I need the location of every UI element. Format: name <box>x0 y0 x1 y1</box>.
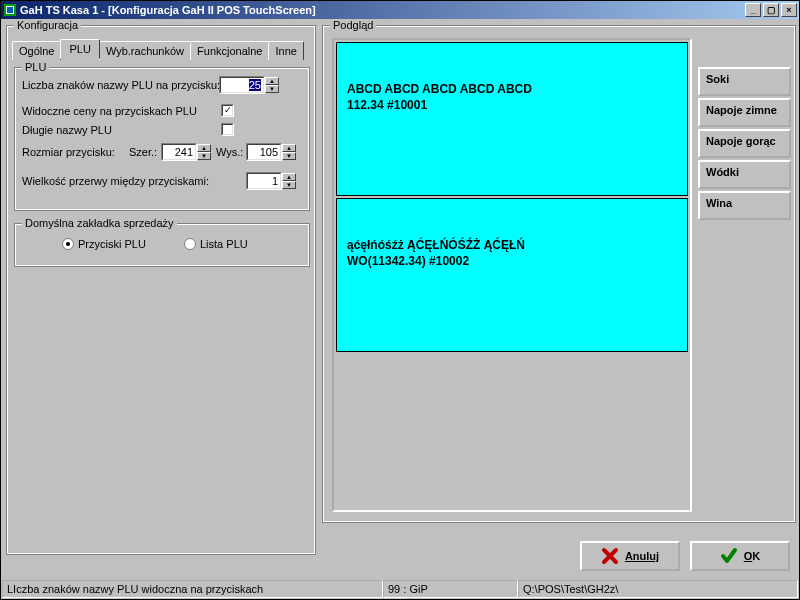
gap-spinner[interactable]: ▲▼ <box>282 173 296 189</box>
preview-group-label: Podgląd <box>330 19 376 31</box>
cancel-button[interactable]: Anuluj <box>580 541 680 571</box>
gap-input[interactable]: 1 <box>246 172 282 190</box>
szer-input[interactable]: 241 <box>161 143 197 161</box>
wys-label: Wys.: <box>216 146 243 158</box>
app-window: GaH TS Kasa 1 - [Konfiguracja GaH II POS… <box>0 0 800 600</box>
ok-button[interactable]: OK <box>690 541 790 571</box>
plu-group-label: PLU <box>22 61 49 73</box>
preview-tile-2[interactable]: ąćęłńóśźż ĄĆĘŁŃÓŚŹŻ ĄĆĘŁŃ WO(11342.34) #… <box>336 198 688 352</box>
category-soki[interactable]: Soki <box>698 67 791 96</box>
plu-groupbox: PLU Liczba znaków nazwy PLU na przycisku… <box>14 67 310 211</box>
titlebar: GaH TS Kasa 1 - [Konfiguracja GaH II POS… <box>1 1 799 19</box>
visible-prices-label: Widoczne ceny na przyciskach PLU <box>22 105 197 117</box>
status-bar: LIczba znaków nazwy PLU widoczna na przy… <box>2 580 798 598</box>
gap-label: Wielkość przerwy między przyciskami: <box>22 175 209 187</box>
close-button[interactable]: × <box>781 3 797 17</box>
default-tab-label: Domyślna zakładka sprzedaży <box>22 217 177 229</box>
tab-inne[interactable]: Inne <box>268 41 303 60</box>
category-napoje-zimne[interactable]: Napoje zimne <box>698 98 791 127</box>
preview-area: ABCD ABCD ABCD ABCD ABCD 112.34 #10001 ą… <box>332 38 692 512</box>
status-path: Q:\POS\Test\GH2z\ <box>518 580 798 598</box>
default-tab-groupbox: Domyślna zakładka sprzedaży Przyciski PL… <box>14 223 310 267</box>
svg-rect-2 <box>7 7 13 13</box>
minimize-button[interactable]: _ <box>745 3 761 17</box>
szer-label: Szer.: <box>129 146 157 158</box>
radio-lista-plu[interactable]: Lista PLU <box>184 238 248 250</box>
config-groupbox: Konfiguracja Ogólne PLU Wyb.rachunków Fu… <box>6 25 316 555</box>
ok-icon <box>720 547 738 565</box>
chars-spinner[interactable]: ▲▼ <box>265 77 279 93</box>
szer-spinner[interactable]: ▲▼ <box>197 144 211 160</box>
tab-funkcjonalne[interactable]: Funkcjonalne <box>190 41 269 60</box>
maximize-button[interactable]: ▢ <box>763 3 779 17</box>
status-hint: LIczba znaków nazwy PLU widoczna na przy… <box>2 580 383 598</box>
cancel-icon <box>601 547 619 565</box>
radio-przyciski-plu[interactable]: Przyciski PLU <box>62 238 146 250</box>
preview-tile-1[interactable]: ABCD ABCD ABCD ABCD ABCD 112.34 #10001 <box>336 42 688 196</box>
visible-prices-checkbox[interactable]: ✓ <box>221 104 234 117</box>
preview-groupbox: Podgląd ABCD ABCD ABCD ABCD ABCD 112.34 … <box>322 25 796 523</box>
tab-ogolne[interactable]: Ogólne <box>12 41 61 60</box>
category-wodki[interactable]: Wódki <box>698 160 791 189</box>
btn-size-label: Rozmiar przycisku: <box>22 146 115 158</box>
category-wina[interactable]: Wina <box>698 191 791 220</box>
tab-bar: Ogólne PLU Wyb.rachunków Funkcjonalne In… <box>12 39 303 59</box>
tab-plu[interactable]: PLU <box>60 39 99 59</box>
wys-input[interactable]: 105 <box>246 143 282 161</box>
config-group-label: Konfiguracja <box>14 19 81 31</box>
chars-label: Liczba znaków nazwy PLU na przycisku: <box>22 79 220 91</box>
wys-spinner[interactable]: ▲▼ <box>282 144 296 160</box>
tab-wybrachunkow[interactable]: Wyb.rachunków <box>99 41 191 60</box>
app-icon <box>3 3 17 17</box>
long-names-checkbox[interactable] <box>221 123 234 136</box>
category-napoje-gorace[interactable]: Napoje gorąc <box>698 129 791 158</box>
long-names-label: Długie nazwy PLU <box>22 124 112 136</box>
status-version: 99 : GiP <box>383 580 518 598</box>
window-title: GaH TS Kasa 1 - [Konfiguracja GaH II POS… <box>20 4 743 16</box>
chars-input[interactable]: 25 <box>219 76 265 94</box>
